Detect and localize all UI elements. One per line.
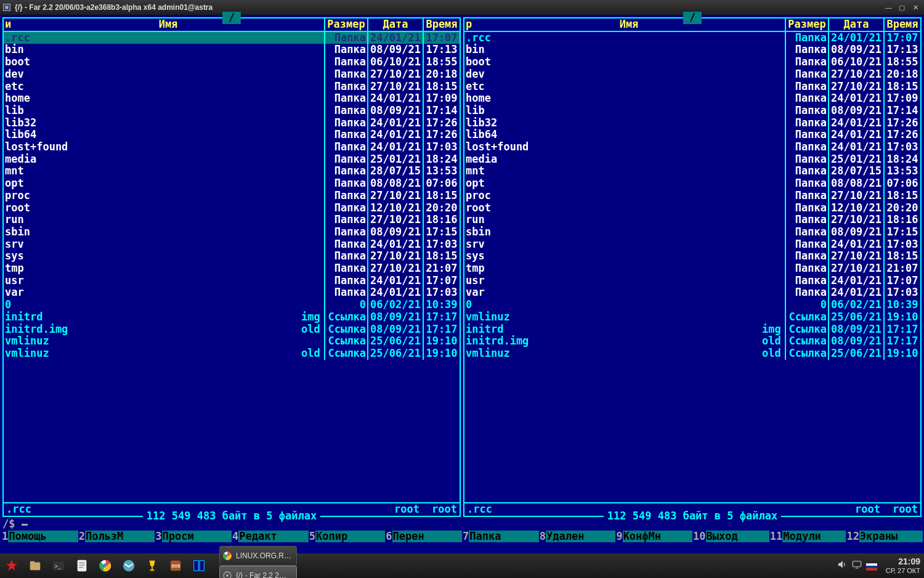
file-row[interactable]: vmlinuzСсылка25/06/2119:10: [464, 311, 920, 324]
fkey-3[interactable]: 3Просм: [155, 531, 232, 543]
mail-launcher[interactable]: [118, 555, 140, 577]
far2l-launcher[interactable]: [188, 555, 210, 577]
left-header-name[interactable]: Имя: [12, 18, 324, 31]
file-row[interactable]: 0006/02/2110:39: [464, 299, 920, 311]
right-header-name[interactable]: Имя: [473, 18, 785, 31]
file-row[interactable]: lost+foundПапка24/01/2117:03: [4, 141, 460, 153]
left-header-date[interactable]: Дата: [367, 18, 423, 31]
display-icon[interactable]: [851, 559, 862, 572]
right-file-list[interactable]: .rccПапка24/01/2117:07binПапка08/09/2117…: [464, 32, 920, 503]
volume-icon[interactable]: [837, 559, 848, 572]
left-panel[interactable]: / и Имя Размер Дата Время .rccПапка24/01…: [2, 17, 461, 517]
file-row[interactable]: initrd.img oldСсылка08/09/2117:17: [464, 335, 920, 348]
right-sort-indicator[interactable]: р: [464, 18, 473, 31]
left-header-size[interactable]: Размер: [324, 18, 367, 31]
chrome-launcher[interactable]: [94, 555, 116, 577]
window-maximize-button[interactable]: ▢: [896, 2, 908, 12]
file-row[interactable]: lib32Папка24/01/2117:26: [4, 117, 460, 129]
file-row[interactable]: mediaПапка25/01/2118:24: [464, 153, 920, 166]
file-row[interactable]: devПапка27/10/2120:18: [464, 68, 920, 81]
file-row[interactable]: usrПапка24/01/2117:07: [4, 275, 460, 287]
file-manager-launcher[interactable]: [24, 555, 46, 577]
file-row[interactable]: lost+foundПапка24/01/2117:03: [464, 141, 920, 153]
file-row[interactable]: initrd.img oldСсылка08/09/2117:17: [4, 324, 460, 336]
file-row[interactable]: bootПапка06/10/2118:55: [464, 56, 920, 68]
keyboard-layout-flag[interactable]: [866, 561, 880, 570]
taskbar[interactable]: >_ DOS LINUX.ORG.R…{/} - Far 2.2 2… 21:0…: [0, 553, 924, 578]
file-row[interactable]: usrПапка24/01/2117:07: [464, 275, 920, 287]
file-row[interactable]: mntПапка28/07/1513:53: [464, 165, 920, 177]
right-header-time[interactable]: Время: [883, 18, 920, 31]
file-row[interactable]: binПапка08/09/2117:13: [4, 44, 460, 56]
window-close-button[interactable]: ✕: [909, 2, 922, 12]
left-sort-indicator[interactable]: и: [4, 18, 12, 31]
file-row[interactable]: lib64Папка24/01/2117:26: [4, 129, 460, 141]
system-tray[interactable]: 21:09 СР, 27 ОКТ: [837, 557, 924, 574]
right-panel-path[interactable]: /: [683, 12, 702, 24]
fkey-7[interactable]: 7Папка: [462, 531, 539, 543]
file-row[interactable]: initrd imgСсылка08/09/2117:17: [464, 324, 920, 336]
file-row[interactable]: optПапка08/08/2107:06: [464, 177, 920, 190]
fkey-11[interactable]: 11Модули: [769, 531, 846, 543]
file-row[interactable]: varПапка24/01/2117:03: [4, 287, 460, 299]
file-row[interactable]: rootПапка12/10/2120:20: [4, 202, 460, 214]
file-row[interactable]: runПапка27/10/2118:16: [4, 214, 460, 226]
file-row[interactable]: 0006/02/2110:39: [4, 299, 460, 311]
window-minimize-button[interactable]: —: [882, 2, 894, 12]
left-header-time[interactable]: Время: [423, 18, 460, 31]
fkey-12[interactable]: 12Экраны: [846, 531, 923, 543]
file-row[interactable]: binПапка08/09/2117:13: [464, 44, 920, 56]
fkey-10[interactable]: 10Выход: [692, 531, 769, 543]
file-row[interactable]: .rccПапка24/01/2117:07: [464, 32, 920, 44]
file-row[interactable]: devПапка27/10/2120:18: [4, 68, 460, 81]
file-row[interactable]: initrd imgСсылка08/09/2117:17: [4, 311, 460, 324]
file-row[interactable]: libПапка08/09/2117:14: [464, 105, 920, 117]
file-row[interactable]: rootПапка12/10/2120:20: [464, 202, 920, 214]
text-editor-launcher[interactable]: [71, 555, 93, 577]
right-header-date[interactable]: Дата: [828, 18, 883, 31]
file-row[interactable]: homeПапка24/01/2117:09: [464, 92, 920, 105]
terminal-launcher[interactable]: >_: [47, 555, 70, 577]
file-row[interactable]: lib32Папка24/01/2117:26: [464, 117, 920, 129]
clock[interactable]: 21:09 СР, 27 ОКТ: [883, 557, 920, 574]
fkey-8[interactable]: 8Удален: [539, 531, 616, 543]
file-row[interactable]: etcПапка27/10/2118:15: [4, 81, 460, 93]
file-row[interactable]: sysПапка27/10/2118:15: [4, 250, 460, 263]
file-row[interactable]: procПапка27/10/2118:15: [4, 190, 460, 202]
dosbox-launcher[interactable]: DOS: [164, 555, 187, 577]
file-row[interactable]: vmlinuz oldСсылка25/06/2119:10: [464, 348, 920, 360]
file-row[interactable]: sbinПапка08/09/2117:15: [464, 226, 920, 238]
file-row[interactable]: bootПапка06/10/2118:55: [4, 56, 460, 68]
taskbar-item[interactable]: LINUX.ORG.R…: [219, 546, 297, 566]
file-row[interactable]: libПапка08/09/2117:14: [4, 105, 460, 117]
file-row[interactable]: sysПапка27/10/2118:15: [464, 250, 920, 263]
fkey-2[interactable]: 2ПользМ: [78, 531, 155, 543]
wine-launcher[interactable]: [141, 555, 163, 577]
file-row[interactable]: .rccПапка24/01/2117:07: [4, 32, 460, 44]
file-row[interactable]: tmpПапка27/10/2121:07: [464, 263, 920, 275]
start-menu-button[interactable]: [1, 555, 23, 577]
file-row[interactable]: optПапка08/08/2107:06: [4, 177, 460, 190]
file-row[interactable]: mediaПапка25/01/2118:24: [4, 153, 460, 166]
file-row[interactable]: tmpПапка27/10/2121:07: [4, 263, 460, 275]
left-file-list[interactable]: .rccПапка24/01/2117:07binПапка08/09/2117…: [4, 32, 460, 503]
file-row[interactable]: vmlinuzСсылка25/06/2119:10: [4, 335, 460, 348]
file-row[interactable]: lib64Папка24/01/2117:26: [464, 129, 920, 141]
fkey-1[interactable]: 1Помощь: [1, 531, 78, 543]
right-panel[interactable]: / р Имя Размер Дата Время .rccПапка24/01…: [463, 17, 922, 517]
fkey-6[interactable]: 6Перен: [385, 531, 462, 543]
file-row[interactable]: procПапка27/10/2118:15: [464, 190, 920, 202]
fkey-9[interactable]: 9КонфМн: [615, 531, 692, 543]
file-row[interactable]: homeПапка24/01/2117:09: [4, 92, 460, 105]
fkey-5[interactable]: 5Копир: [309, 531, 386, 543]
file-row[interactable]: varПапка24/01/2117:03: [464, 287, 920, 299]
file-row[interactable]: sbinПапка08/09/2117:15: [4, 226, 460, 238]
file-row[interactable]: vmlinuz oldСсылка25/06/2119:10: [4, 348, 460, 360]
taskbar-item[interactable]: {/} - Far 2.2 2…: [219, 566, 297, 578]
fkey-4[interactable]: 4Редакт: [232, 531, 309, 543]
file-row[interactable]: mntПапка28/07/1513:53: [4, 165, 460, 177]
file-row[interactable]: srvПапка24/01/2117:03: [4, 238, 460, 251]
command-line[interactable]: /$: [0, 517, 924, 531]
file-row[interactable]: srvПапка24/01/2117:03: [464, 238, 920, 251]
left-panel-path[interactable]: /: [222, 12, 241, 24]
